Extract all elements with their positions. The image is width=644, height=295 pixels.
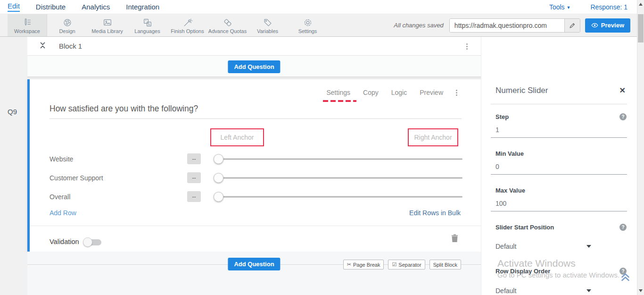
slider-start-position-select[interactable]: Default: [495, 242, 591, 251]
question-id-label: Q9: [8, 108, 17, 116]
row-display-order-label: Row Display Order: [495, 268, 550, 275]
question-action-copy[interactable]: Copy: [363, 89, 379, 96]
toolbar-item-settings[interactable]: Settings: [288, 14, 328, 36]
nav-tab-integration[interactable]: Integration: [126, 3, 159, 11]
scroll-to-top-icon[interactable]: [620, 272, 630, 284]
block-menu-kebab-icon[interactable]: [466, 43, 468, 50]
question-rail: Q9: [0, 37, 27, 295]
delete-question-trash-icon[interactable]: [451, 234, 458, 244]
max-value-input[interactable]: [491, 200, 627, 207]
slider-row-overall: Overall --: [30, 187, 481, 206]
min-value-input[interactable]: [491, 163, 627, 170]
step-field: [491, 126, 627, 138]
row-value-badge: --: [187, 172, 201, 183]
row-display-order-select[interactable]: Default: [495, 286, 591, 295]
tools-menu[interactable]: Tools ▼: [549, 3, 571, 11]
max-value-field: [491, 199, 627, 211]
pencil-icon: [569, 22, 576, 29]
page-scrollbar[interactable]: [637, 0, 644, 295]
slider: [214, 150, 462, 169]
step-help-icon[interactable]: ?: [619, 113, 627, 120]
checkbox-icon: ☑: [392, 261, 396, 268]
min-value-field: [491, 162, 627, 175]
slider-track: [218, 196, 462, 198]
nav-tab-analytics[interactable]: Analytics: [82, 3, 110, 11]
question-actions: Settings Copy Logic Preview: [326, 89, 457, 96]
page-break-button[interactable]: ✂Page Break: [343, 260, 384, 270]
bottom-strip: Add Question ✂Page Break ☑Separator Spli…: [27, 252, 481, 295]
svg-text:A: A: [148, 23, 150, 26]
eye-icon: [591, 23, 598, 28]
min-value-label: Min Value: [495, 150, 524, 157]
chevron-down-icon: [586, 245, 591, 248]
scrollbar-down-arrow[interactable]: [639, 289, 643, 292]
nav-tab-distribute[interactable]: Distribute: [36, 3, 66, 11]
nav-tab-edit[interactable]: Edit: [8, 2, 20, 12]
split-block-button[interactable]: Split Block: [429, 260, 461, 270]
response-count-link[interactable]: Response: 1: [590, 3, 627, 11]
gear-icon: [303, 17, 313, 28]
right-anchor-annotation-box: [408, 128, 458, 146]
toolbar-item-languages[interactable]: *A Languages: [127, 14, 167, 36]
chevron-down-icon: [586, 289, 591, 292]
magic-wand-icon: [182, 17, 193, 28]
slider-row-customer-support: Customer Support --: [30, 169, 481, 187]
card-divider: [30, 226, 481, 226]
app-root: Edit Distribute Analytics Integration To…: [0, 0, 644, 295]
row-value-badge: --: [187, 153, 201, 164]
toolbar-item-design[interactable]: Design: [47, 14, 87, 36]
right-anchor-input[interactable]: [409, 134, 457, 141]
validation-toggle[interactable]: [84, 239, 101, 245]
edit-url-button[interactable]: [564, 19, 580, 32]
question-action-logic[interactable]: Logic: [391, 89, 407, 96]
add-question-strip: Add Question: [27, 56, 481, 77]
workspace-icon: [22, 17, 33, 28]
scrollbar-up-arrow[interactable]: [639, 3, 643, 6]
row-label[interactable]: Website: [50, 155, 73, 163]
slider-handle[interactable]: [214, 154, 223, 164]
row-label[interactable]: Overall: [50, 193, 70, 201]
chevron-down-icon: ▼: [566, 5, 570, 10]
toolbar-item-workspace[interactable]: Workspace: [8, 14, 47, 36]
toolbar-item-media-library[interactable]: Media Library: [87, 14, 127, 36]
translate-icon: *A: [142, 17, 153, 28]
separator-button[interactable]: ☑Separator: [388, 260, 425, 270]
row-value-badge: --: [187, 191, 201, 202]
slider-track: [218, 177, 462, 179]
toolbar-item-finish-options[interactable]: Finish Options: [167, 14, 207, 36]
scrollbar-thumb[interactable]: [638, 14, 644, 42]
question-action-preview[interactable]: Preview: [420, 89, 443, 96]
toolbar-item-variables[interactable]: Variables: [248, 14, 288, 36]
add-question-button-top[interactable]: Add Question: [228, 60, 280, 73]
svg-text:*: *: [145, 19, 147, 23]
close-panel-icon[interactable]: ✕: [619, 86, 626, 95]
question-menu-kebab-icon[interactable]: [456, 90, 457, 96]
preview-button[interactable]: Preview: [585, 18, 630, 33]
strip-buttons: ✂Page Break ☑Separator Split Block: [343, 260, 461, 270]
question-text-input[interactable]: [50, 104, 462, 119]
row-label[interactable]: Customer Support: [50, 174, 103, 182]
step-input[interactable]: [491, 126, 627, 134]
slider-row-website: Website --: [30, 150, 481, 169]
survey-url-input[interactable]: [450, 19, 564, 32]
block-header: Block 1: [27, 37, 481, 56]
slider-rows: Website -- Customer Support --: [30, 150, 481, 206]
top-nav-right: Tools ▼ Response: 1: [549, 3, 627, 11]
save-status-text: All changes saved: [394, 22, 444, 29]
left-anchor-input[interactable]: [211, 134, 263, 141]
add-question-button-bottom[interactable]: Add Question: [228, 258, 280, 270]
toolbar-right: All changes saved Preview: [394, 14, 637, 36]
edit-rows-in-bulk-link[interactable]: Edit Rows in Bulk: [409, 209, 461, 217]
slider-handle[interactable]: [214, 192, 223, 202]
question-action-settings[interactable]: Settings: [326, 89, 350, 96]
add-row-link[interactable]: Add Row: [50, 209, 76, 217]
slider-start-help-icon[interactable]: ?: [619, 224, 627, 231]
slider-start-position-label: Slider Start Position: [495, 224, 554, 231]
collapse-block-icon[interactable]: [40, 41, 46, 51]
left-anchor-annotation-box: [210, 128, 264, 146]
top-nav: Edit Distribute Analytics Integration To…: [0, 0, 637, 14]
slider-handle[interactable]: [214, 173, 223, 183]
validation-label: Validation: [50, 238, 79, 245]
toolbar-item-advance-quotas[interactable]: Advance Quotas: [207, 14, 248, 36]
image-icon: [102, 17, 113, 28]
